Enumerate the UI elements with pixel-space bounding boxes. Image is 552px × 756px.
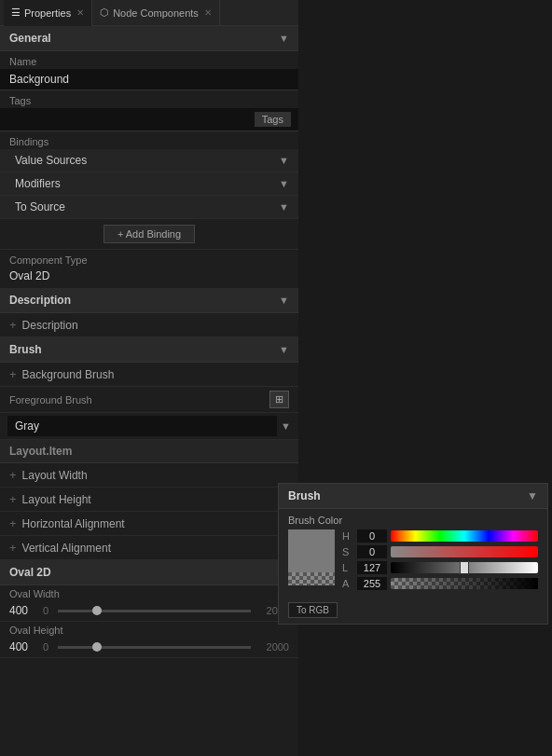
a-bar-overlay [391,578,538,589]
to-source-chevron: ▼ [279,201,289,213]
brush-section-header[interactable]: Brush ▼ [0,337,298,363]
brush-panel: Brush ▼ Brush Color H S L [278,483,548,625]
name-label: Name [0,51,298,69]
to-rgb-button[interactable]: To RGB [288,602,338,618]
oval-width-slider-row: 400 0 2000 [0,600,298,622]
general-section-header[interactable]: General ▼ [0,26,298,51]
layout-height-label: Layout Height [22,493,91,506]
to-source-header[interactable]: To Source ▼ [0,196,298,219]
modifiers-chevron: ▼ [279,178,289,189]
oval-2d-section-header[interactable]: Oval 2D ▼ [0,560,298,585]
node-components-icon: ⬡ [100,7,109,19]
description-section-header[interactable]: Description ▼ [0,288,298,313]
tags-input[interactable] [7,113,255,126]
value-sources-chevron: ▼ [279,155,289,166]
color-preview-swatch[interactable] [288,529,335,585]
horizontal-alignment-row[interactable]: + Horizontal Alignment [0,512,298,536]
add-horizontal-alignment-icon: + [9,516,17,530]
layout-item-section-header: Layout.Item [0,440,298,463]
properties-icon: ☰ [11,7,21,19]
horizontal-alignment-label: Horizontal Alignment [22,517,125,530]
h-value-input[interactable] [357,529,387,543]
add-layout-height-icon: + [9,492,17,506]
add-vertical-alignment-icon: + [9,541,17,555]
add-description-row[interactable]: + Description [0,313,298,337]
bindings-label: Bindings [0,131,298,149]
dropdown-arrow-icon: ▼ [281,420,291,432]
oval-height-track[interactable] [58,646,251,649]
h-label: H [342,530,353,542]
add-description-icon: + [9,318,17,332]
tags-label: Tags [0,90,298,108]
tab-properties-close[interactable]: ✕ [76,7,84,18]
oval-height-max: 2000 [256,641,289,653]
component-type-value: Oval 2D [0,268,298,288]
swatch-color [288,529,335,572]
layout-title-sub: .Item [46,445,72,458]
l-label: L [342,562,353,573]
a-value-input[interactable] [357,577,387,590]
background-brush-label: Background Brush [22,368,115,381]
left-panel: ☰ Properties ✕ ⬡ Node Components ✕ Gener… [0,0,298,756]
l-bar[interactable] [391,562,538,573]
brush-panel-chevron: ▼ [527,489,538,502]
tags-button[interactable]: Tags [255,112,291,127]
component-type-label: Component Type [0,250,298,268]
foreground-brush-icon-button[interactable]: ⊞ [269,391,289,408]
h-bar[interactable] [391,530,538,542]
tab-node-components[interactable]: ⬡ Node Components ✕ [92,0,220,26]
gray-dropdown[interactable]: Gray [7,416,277,436]
tab-node-components-close[interactable]: ✕ [204,7,212,18]
background-brush-row[interactable]: + Background Brush [0,363,298,387]
layout-width-row[interactable]: + Layout Width [0,463,298,488]
oval-width-thumb[interactable] [92,606,102,615]
swatch-checkerboard [288,572,335,585]
brush-title: Brush [9,343,42,356]
vertical-alignment-row[interactable]: + Vertical Alignment [0,536,298,560]
layout-item-title: Layout.Item [9,445,72,458]
oval-height-thumb[interactable] [92,642,102,652]
description-title: Description [9,294,71,307]
oval-width-label: Oval Width [0,585,298,600]
oval-height-slider-row: 400 0 2000 [0,637,298,658]
tab-bar: ☰ Properties ✕ ⬡ Node Components ✕ [0,0,298,26]
oval-width-track[interactable] [58,610,251,612]
foreground-brush-row: Foreground Brush ⊞ [0,387,298,413]
right-area [298,0,552,756]
brush-panel-header[interactable]: Brush ▼ [279,484,547,509]
oval-width-value: 400 [9,604,39,617]
s-bar[interactable] [391,546,538,557]
description-chevron: ▼ [279,295,289,306]
add-description-label: Description [22,319,78,332]
tab-node-components-label: Node Components [113,7,199,19]
s-row: S [342,545,538,558]
brush-color-label: Brush Color [279,509,547,529]
value-sources-header[interactable]: Value Sources ▼ [0,149,298,172]
add-bg-brush-icon: + [9,367,17,381]
to-rgb-row: To RGB [279,600,547,624]
layout-height-row[interactable]: + Layout Height [0,488,298,512]
general-title: General [9,32,51,45]
brush-color-content: H S L A [279,529,547,600]
add-binding-button[interactable]: + Add Binding [104,225,195,243]
a-bar[interactable] [391,578,538,589]
foreground-brush-label: Foreground Brush [9,394,269,405]
oval-width-min: 0 [43,605,48,616]
tab-properties[interactable]: ☰ Properties ✕ [4,0,92,26]
l-thumb[interactable] [460,561,469,574]
a-row: A [342,577,538,590]
tab-properties-label: Properties [24,7,71,19]
oval-height-label: Oval Height [0,622,298,637]
l-row: L [342,561,538,574]
s-label: S [342,546,353,557]
modifiers-label: Modifiers [15,177,61,190]
vertical-alignment-label: Vertical Alignment [22,542,111,555]
l-value-input[interactable] [357,561,387,574]
name-input[interactable] [0,69,298,90]
s-value-input[interactable] [357,545,387,558]
modifiers-header[interactable]: Modifiers ▼ [0,172,298,196]
general-chevron: ▼ [279,33,289,44]
gray-dropdown-row: Gray ▼ [0,413,298,440]
value-sources-label: Value Sources [15,154,87,167]
a-label: A [342,578,353,589]
